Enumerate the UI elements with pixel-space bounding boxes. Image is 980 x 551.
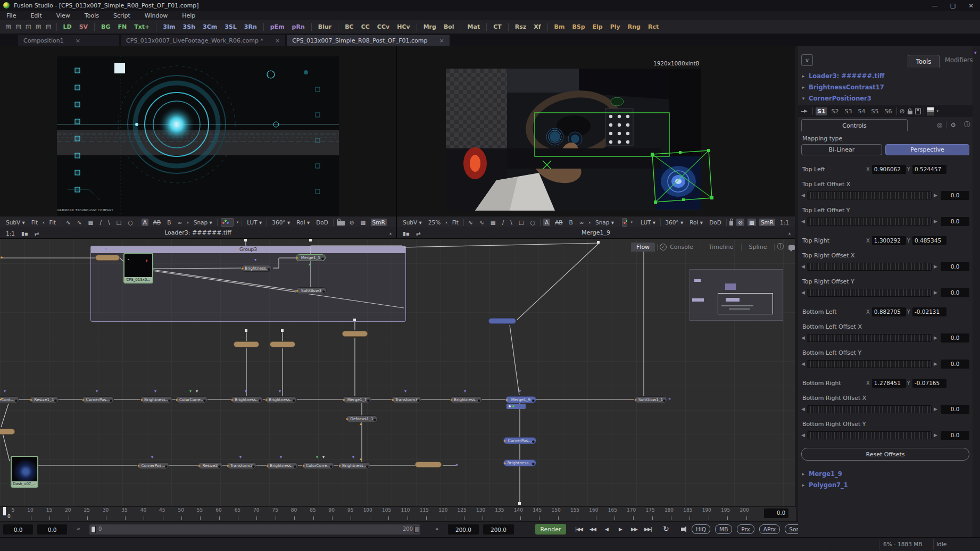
- tool-polygon[interactable]: Ply: [607, 23, 624, 30]
- mb-button[interactable]: MB: [715, 524, 732, 534]
- flow-node[interactable]: [234, 341, 259, 347]
- snap-dropdown[interactable]: Snap ▾: [594, 219, 616, 226]
- tool-background[interactable]: BG: [97, 23, 114, 30]
- flow-node[interactable]: [488, 318, 516, 324]
- tool-ellipse[interactable]: Elp: [589, 23, 607, 30]
- offset-value-field[interactable]: 0.0: [941, 262, 969, 271]
- subv-dropdown[interactable]: SubV ▾: [401, 219, 423, 226]
- layout-3-icon[interactable]: ⊡: [23, 23, 34, 31]
- flow-node[interactable]: Transform2: [227, 462, 256, 469]
- tool-brightness-contrast[interactable]: BC: [341, 23, 357, 30]
- swatch-dropdown-icon[interactable]: ▾: [937, 109, 939, 113]
- perspective-button[interactable]: Perspective: [885, 144, 969, 155]
- comment-icon[interactable]: [788, 245, 795, 250]
- save-icon[interactable]: [915, 108, 921, 114]
- lock-icon[interactable]: [729, 221, 733, 226]
- flow-node[interactable]: Transform3: [392, 396, 421, 403]
- slider-right-icon[interactable]: ▶: [934, 264, 937, 269]
- current-time-field-2[interactable]: 0.0: [37, 524, 67, 535]
- layout-4-icon[interactable]: ⊞: [34, 23, 44, 31]
- flow-node[interactable]: ColorCorre...: [302, 462, 334, 469]
- stereo-glasses-icon[interactable]: ∞: [176, 219, 184, 226]
- expand-icon[interactable]: ▴: [389, 231, 392, 236]
- close-button[interactable]: ×: [962, 2, 980, 9]
- global-end-field[interactable]: 200.0: [483, 524, 514, 535]
- offset-value-field[interactable]: 0.0: [941, 405, 969, 414]
- rect-select-icon[interactable]: □: [115, 219, 123, 226]
- menu-item[interactable]: File: [6, 12, 16, 19]
- slider-right-icon[interactable]: ▶: [934, 335, 937, 340]
- tool-color-curves[interactable]: CCv: [373, 23, 393, 30]
- y-coordinate-field[interactable]: -0.02131: [912, 307, 946, 316]
- tool-saver[interactable]: SV: [76, 23, 92, 30]
- channel-b-button[interactable]: B: [568, 219, 575, 226]
- flow-node[interactable]: Brightness...: [338, 462, 370, 469]
- panel-filter-icon[interactable]: ∨: [801, 54, 813, 66]
- tool-resize[interactable]: Rsz: [511, 23, 530, 30]
- tool-3d-camera[interactable]: 3Cm: [199, 23, 221, 30]
- render-range-bar[interactable]: 0 200: [89, 524, 420, 535]
- reset-offsets-button[interactable]: Reset Offsets: [801, 448, 969, 461]
- slider-right-icon[interactable]: ▶: [934, 432, 937, 438]
- spline-b-icon[interactable]: ∿: [478, 219, 486, 226]
- tool-prender[interactable]: pRn: [288, 23, 309, 30]
- flow-navigator[interactable]: [690, 269, 783, 321]
- flow-node[interactable]: Brightness...: [231, 396, 263, 403]
- gear-icon[interactable]: ⚙: [950, 121, 956, 129]
- x-coordinate-field[interactable]: 1.278451: [872, 379, 906, 388]
- y-coordinate-field[interactable]: 0.524457: [912, 165, 946, 174]
- flow-node[interactable]: [415, 462, 442, 467]
- tool-3d-imageplane[interactable]: 3Im: [159, 23, 179, 30]
- circle-select-icon[interactable]: ○: [529, 219, 537, 226]
- levels-icon[interactable]: ▮▪: [401, 230, 411, 237]
- y-coordinate-field[interactable]: -0.07165: [912, 379, 946, 388]
- layout-2-icon[interactable]: ⊟: [13, 23, 23, 31]
- zoom-step-icon[interactable]: ▴: [445, 220, 447, 224]
- slider-track[interactable]: [807, 263, 932, 271]
- dod-button[interactable]: DoD: [314, 219, 330, 226]
- tool-text[interactable]: Txt+: [130, 23, 153, 30]
- tool-loader[interactable]: LD: [60, 23, 76, 30]
- offset-value-field[interactable]: 0.0: [941, 431, 969, 440]
- tab-spline[interactable]: Spline: [744, 243, 773, 252]
- expand-icon[interactable]: ▴: [788, 231, 791, 236]
- stereo-glasses-icon[interactable]: ∞: [578, 219, 586, 226]
- sample-icon[interactable]: /: [98, 219, 103, 226]
- menu-item[interactable]: Tools: [85, 12, 99, 19]
- flow-node[interactable]: [342, 331, 368, 337]
- time-ruler[interactable]: 5101520253035404550556065707580859095100…: [0, 506, 796, 522]
- offset-value-field[interactable]: 0.0: [941, 360, 969, 369]
- version-slot[interactable]: S5: [870, 107, 881, 115]
- rgb-channel-icon[interactable]: [221, 218, 234, 227]
- close-icon[interactable]: ×: [76, 37, 80, 44]
- tool-header[interactable]: ▸BrightnessContrast17: [798, 81, 973, 93]
- slider-track[interactable]: [807, 334, 932, 342]
- offset-value-field[interactable]: 0.0: [941, 191, 969, 200]
- tool-merge[interactable]: Mrg: [420, 23, 440, 30]
- slider-track[interactable]: [807, 218, 932, 226]
- close-icon[interactable]: ×: [275, 37, 280, 44]
- channel-ab-button[interactable]: AB: [152, 219, 162, 226]
- tool-hue-curves[interactable]: HCv: [393, 23, 413, 30]
- subv-dropdown[interactable]: SubV ▾: [4, 219, 27, 226]
- slider-left-icon[interactable]: ◀: [801, 361, 805, 366]
- channel-ab-button[interactable]: AB: [553, 219, 564, 226]
- range-end-field[interactable]: 200.0: [448, 524, 479, 535]
- skip-end-button[interactable]: ▶▶|: [642, 523, 654, 535]
- levels-icon[interactable]: ▮▪: [20, 230, 30, 237]
- pin-icon[interactable]: [801, 109, 808, 113]
- aprx-button[interactable]: APrx: [759, 524, 780, 534]
- zoom-level[interactable]: 25%: [427, 219, 442, 226]
- panel-scroll-strip[interactable]: ▾: [973, 46, 980, 537]
- swap-ab-icon[interactable]: ⇄: [414, 230, 422, 237]
- x-coordinate-field[interactable]: 0.906062: [872, 165, 906, 174]
- smr-button[interactable]: SmR: [371, 219, 387, 226]
- tool-3d-shape[interactable]: 3Sh: [179, 23, 199, 30]
- menu-item[interactable]: Edit: [30, 12, 41, 19]
- tool-ranges[interactable]: Rng: [624, 23, 644, 30]
- version-slot[interactable]: S3: [843, 107, 854, 115]
- wand-icon[interactable]: \: [509, 219, 514, 226]
- fit-zoom-level[interactable]: Fit: [30, 219, 39, 226]
- smr-button[interactable]: SmR: [759, 219, 775, 226]
- layout-5-icon[interactable]: ⊟: [44, 23, 54, 31]
